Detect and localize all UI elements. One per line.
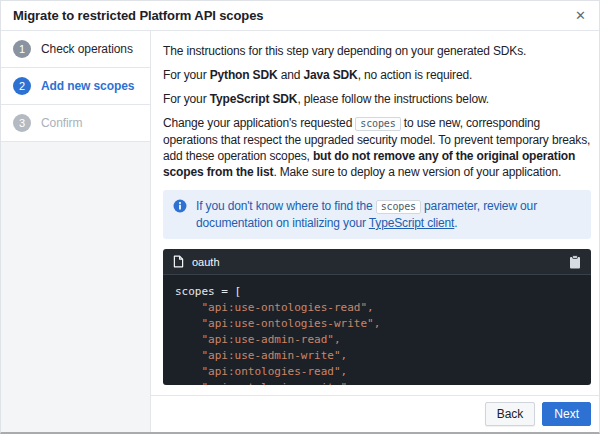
step-content: The instructions for this step vary depe… [151,31,599,395]
info-icon [173,199,187,213]
step-1-label: Check operations [41,42,133,56]
sidebar-step-add-new-scopes[interactable]: 2 Add new scopes [1,68,150,105]
dialog-body: 1 Check operations 2 Add new scopes 3 Co… [1,31,599,432]
step-3-number-badge: 3 [13,114,31,132]
code-line: "api:ontologies-read", [175,364,579,380]
step-2-number-badge: 2 [13,77,31,95]
sidebar-step-check-operations[interactable]: 1 Check operations [1,31,150,68]
dialog-title: Migrate to restricted Platform API scope… [13,8,574,23]
code-line: scopes = [ [175,284,579,300]
intro-paragraph: The instructions for this step vary depe… [163,43,591,59]
step-1-number-badge: 1 [13,40,31,58]
code-line: "api:ontologies-write", [175,380,579,385]
code-line: "api:use-ontologies-write", [175,316,579,332]
typescript-client-link[interactable]: TypeScript client [369,216,455,230]
steps-sidebar: 1 Check operations 2 Add new scopes 3 Co… [1,31,151,432]
info-callout: If you don't know where to find the scop… [163,190,591,239]
instructions-paragraph: Change your application's requested scop… [163,115,591,180]
next-button[interactable]: Next [542,402,591,426]
code-block-header: oauth [163,249,591,275]
python-java-paragraph: For your Python SDK and Java SDK, no act… [163,67,591,83]
inline-code-scopes: scopes [355,117,400,131]
code-block-filename: oauth [192,256,561,268]
inline-code-scopes-callout: scopes [376,200,421,214]
code-line: "api:use-admin-write", [175,348,579,364]
sidebar-filler [1,142,150,432]
dialog-header: Migrate to restricted Platform API scope… [1,1,599,31]
dialog-footer: Back Next [151,395,599,432]
code-block-body[interactable]: scopes = [ "api:use-ontologies-read", "a… [163,275,591,385]
typescript-paragraph: For your TypeScript SDK, please follow t… [163,91,591,107]
step-3-label: Confirm [41,116,82,130]
close-icon[interactable]: ✕ [574,7,587,24]
step-2-label: Add new scopes [41,79,134,93]
clipboard-copy-icon[interactable] [569,255,581,269]
document-icon [173,255,184,268]
step-panel: The instructions for this step vary depe… [151,31,599,432]
code-line: "api:use-admin-read", [175,332,579,348]
code-line: "api:use-ontologies-read", [175,300,579,316]
sidebar-step-confirm: 3 Confirm [1,105,150,142]
migrate-scopes-dialog: Migrate to restricted Platform API scope… [0,0,600,434]
oauth-code-block: oauth scopes = [ "api:use-ontologies-rea… [163,249,591,385]
back-button[interactable]: Back [485,402,536,426]
